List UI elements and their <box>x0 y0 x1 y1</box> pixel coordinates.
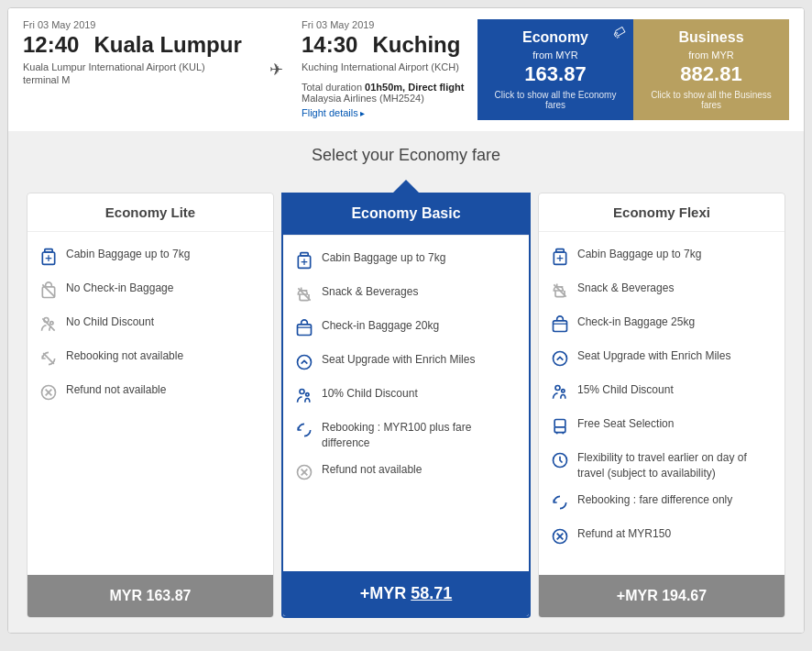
svg-point-34 <box>555 386 560 391</box>
basic-child-icon <box>294 387 314 409</box>
flexi-upgrade-icon <box>550 349 570 371</box>
flexi-bag-icon <box>550 248 570 270</box>
basic-feature-refund: Refund not available <box>294 462 518 485</box>
business-from: from MYR <box>688 50 734 61</box>
svg-rect-31 <box>554 321 567 332</box>
economy-basic-header: Economy Basic <box>283 193 529 236</box>
economy-from: from MYR <box>532 50 578 61</box>
arrive-time-city: 14:30 Kuching <box>302 32 477 58</box>
svg-rect-36 <box>554 420 565 427</box>
arrive-date: Fri 03 May 2019 <box>302 19 477 30</box>
business-price-value: 882.81 <box>680 62 741 85</box>
flexi-feature-upgrade: Seat Upgrade with Enrich Miles <box>550 348 774 371</box>
basic-rebook-icon <box>294 421 314 443</box>
economy-fare-box[interactable]: 🏷 Economy from MYR 163.87 Click to show … <box>477 19 633 120</box>
flexi-seat-icon <box>550 417 570 439</box>
arrival-info: Fri 03 May 2019 14:30 Kuching Kuching In… <box>294 19 477 120</box>
departure-info: Fri 03 May 2019 12:40 Kuala Lumpur Kuala… <box>23 19 258 120</box>
basic-feature-snack: Snack & Beverages <box>294 284 518 307</box>
feature-no-checkin: No Check-in Baggage <box>38 281 262 303</box>
flexi-refund-text: Refund at MYR150 <box>577 526 774 542</box>
economy-lite-price[interactable]: MYR 163.87 <box>27 575 273 617</box>
depart-time: 12:40 <box>23 32 79 58</box>
economy-label: Economy <box>522 29 588 46</box>
basic-bag-icon <box>294 251 314 273</box>
svg-point-33 <box>554 352 567 366</box>
bag-icon <box>38 248 59 270</box>
tag-icon: 🏷 <box>610 23 629 42</box>
flexi-cabin-bag-text: Cabin Baggage up to 7kg <box>577 247 774 262</box>
flexi-checkin-icon <box>550 315 570 337</box>
pointer-triangle <box>393 180 419 193</box>
basic-feature-checkin: Check-in Baggage 20kg <box>294 318 518 341</box>
economy-basic-body: Cabin Baggage up to 7kg Snack & Beverage… <box>283 236 529 571</box>
economy-lite-label: Economy Lite <box>105 204 195 220</box>
feature-no-child: No Child Discount <box>38 314 262 337</box>
basic-feature-upgrade: Seat Upgrade with Enrich Miles <box>294 352 518 375</box>
economy-flexi-price[interactable]: +MYR 194.67 <box>539 575 785 617</box>
basic-snack-text: Snack & Beverages <box>322 284 518 300</box>
basic-checkin-icon <box>294 319 314 341</box>
duration-label: Total duration <box>302 82 362 93</box>
flexi-child-text: 15% Child Discount <box>577 382 774 398</box>
basic-checkin-text: Check-in Baggage 20kg <box>322 318 518 334</box>
economy-basic-label: Economy Basic <box>351 205 460 221</box>
flexi-feature-refund: Refund at MYR150 <box>550 526 774 549</box>
flight-results-container: Fri 03 May 2019 12:40 Kuala Lumpur Kuala… <box>7 7 805 634</box>
basic-refund-icon <box>294 463 314 485</box>
flexi-checkin-text: Check-in Baggage 25kg <box>577 314 774 330</box>
economy-lite-header: Economy Lite <box>27 193 273 232</box>
no-checkin-text: No Check-in Baggage <box>66 281 262 296</box>
feature-rebook: Rebooking not available <box>38 348 262 371</box>
flexi-feature-seat: Free Seat Selection <box>550 416 774 439</box>
basic-feature-cabin-bag: Cabin Baggage up to 7kg <box>294 250 518 273</box>
select-fare-section: Select your Economy fare Economy Lite <box>8 131 804 633</box>
refund-text: Refund not available <box>66 382 262 398</box>
plane-icon: ✈ <box>258 19 294 120</box>
feature-refund: Refund not available <box>38 382 262 405</box>
flight-details-link[interactable]: Flight details <box>302 107 365 118</box>
economy-flexi-body: Cabin Baggage up to 7kg Snack & Beverage… <box>539 232 785 575</box>
depart-airport: Kuala Lumpur International Airport (KUL) <box>23 61 244 72</box>
feature-cabin-bag: Cabin Baggage up to 7kg <box>38 247 262 270</box>
flexi-feature-checkin: Check-in Baggage 25kg <box>550 314 774 337</box>
duration-value: 01h50m, Direct flight <box>365 82 464 93</box>
economy-flexi-card: Economy Flexi Cabin Baggage up to 7kg Sn… <box>538 193 785 618</box>
flexi-feature-travel-early: Flexibility to travel earlier on day of … <box>550 450 774 481</box>
basic-child-text: 10% Child Discount <box>322 386 518 402</box>
depart-time-city: 12:40 Kuala Lumpur <box>23 32 244 58</box>
economy-basic-price[interactable]: +MYR 58.71 <box>283 571 529 616</box>
depart-date: Fri 03 May 2019 <box>23 19 244 30</box>
fare-cards-container: Economy Lite Cabin Baggage up to 7kg No … <box>23 193 789 618</box>
svg-point-35 <box>562 390 565 392</box>
basic-cabin-bag-text: Cabin Baggage up to 7kg <box>322 250 518 266</box>
flexi-feature-snack: Snack & Beverages <box>550 281 774 303</box>
economy-price: 163.87 <box>524 62 586 86</box>
depart-terminal: terminal M <box>23 74 244 85</box>
flexi-seat-text: Free Seat Selection <box>577 416 774 432</box>
economy-flexi-price-value: 194.67 <box>662 588 707 603</box>
flexi-feature-rebook: Rebooking : fare difference only <box>550 492 774 515</box>
economy-flexi-label: Economy Flexi <box>613 204 710 220</box>
flexi-refund-icon <box>550 527 570 549</box>
economy-flexi-price-prefix: +MYR <box>617 588 662 603</box>
flexi-upgrade-text: Seat Upgrade with Enrich Miles <box>577 348 774 364</box>
select-fare-title: Select your Economy fare <box>23 146 789 165</box>
basic-snack-icon <box>294 285 314 307</box>
depart-city: Kuala Lumpur <box>93 32 241 58</box>
flight-duration: Total duration 01h50m, Direct flight <box>302 82 477 93</box>
arrive-city: Kuching <box>372 32 460 58</box>
flexi-rebook-icon <box>550 493 570 515</box>
basic-refund-text: Refund not available <box>322 462 518 478</box>
flexi-snack-icon <box>550 281 570 303</box>
basic-upgrade-text: Seat Upgrade with Enrich Miles <box>322 352 518 368</box>
flexi-travel-early-text: Flexibility to travel earlier on day of … <box>577 450 774 481</box>
flexi-feature-cabin-bag: Cabin Baggage up to 7kg <box>550 247 774 270</box>
business-fare-box[interactable]: Business from MYR 882.81 Click to show a… <box>633 19 789 120</box>
refund-icon <box>38 383 59 405</box>
svg-point-22 <box>306 393 309 396</box>
flight-header: Fri 03 May 2019 12:40 Kuala Lumpur Kuala… <box>8 8 804 131</box>
basic-upgrade-icon <box>294 353 314 375</box>
flexi-feature-child: 15% Child Discount <box>550 382 774 405</box>
economy-flexi-header: Economy Flexi <box>539 193 785 232</box>
